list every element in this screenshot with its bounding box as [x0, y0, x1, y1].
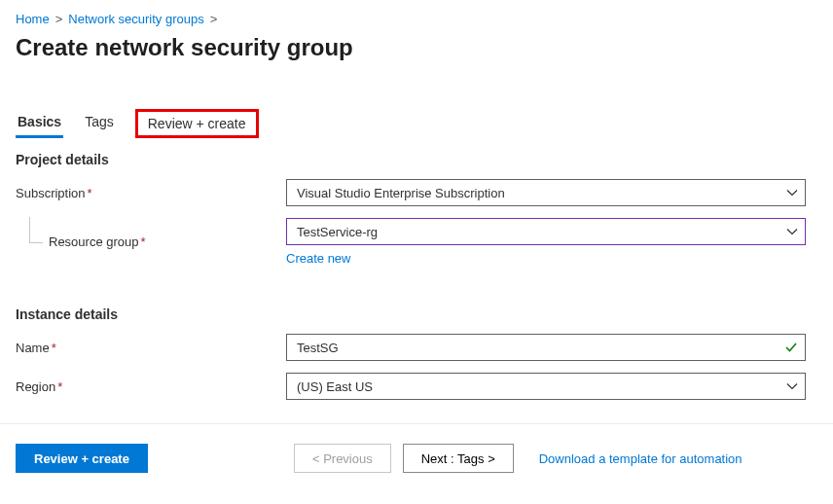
- region-select[interactable]: (US) East US: [286, 373, 806, 400]
- breadcrumb: Home > Network security groups >: [16, 12, 817, 26]
- chevron-right-icon: >: [210, 12, 218, 26]
- create-new-link[interactable]: Create new: [286, 251, 350, 266]
- row-resource-group: Resource group* TestService-rg Create ne…: [16, 218, 817, 266]
- required-asterisk: *: [52, 341, 56, 355]
- required-asterisk: *: [88, 186, 92, 200]
- label-subscription: Subscription*: [16, 186, 286, 200]
- row-region: Region* (US) East US: [16, 373, 817, 400]
- required-asterisk: *: [141, 234, 146, 249]
- breadcrumb-nsg[interactable]: Network security groups: [68, 12, 203, 26]
- tab-basics[interactable]: Basics: [16, 108, 63, 138]
- name-input[interactable]: TestSG: [286, 334, 806, 361]
- tab-tags[interactable]: Tags: [83, 108, 116, 138]
- previous-button[interactable]: < Previous: [294, 444, 391, 473]
- label-resource-group: Resource group*: [16, 234, 286, 249]
- label-region: Region*: [16, 379, 286, 394]
- label-name: Name*: [16, 341, 286, 355]
- footer-bar: Review + create < Previous Next : Tags >…: [16, 424, 817, 490]
- review-create-button[interactable]: Review + create: [16, 444, 148, 473]
- tabs-bar: Basics Tags Review + create: [16, 108, 817, 138]
- required-asterisk: *: [57, 379, 62, 394]
- section-project-details: Project details: [16, 152, 817, 167]
- next-button[interactable]: Next : Tags >: [403, 444, 514, 473]
- chevron-right-icon: >: [55, 12, 63, 26]
- breadcrumb-home[interactable]: Home: [16, 12, 50, 26]
- subscription-select[interactable]: Visual Studio Enterprise Subscription: [286, 179, 806, 206]
- row-name: Name* TestSG: [16, 334, 817, 361]
- section-instance-details: Instance details: [16, 306, 817, 322]
- page-title: Create network security group: [16, 34, 817, 61]
- download-template-link[interactable]: Download a template for automation: [539, 451, 742, 466]
- tab-review-create[interactable]: Review + create: [135, 109, 259, 138]
- row-subscription: Subscription* Visual Studio Enterprise S…: [16, 179, 817, 206]
- resource-group-select[interactable]: TestService-rg: [286, 218, 806, 245]
